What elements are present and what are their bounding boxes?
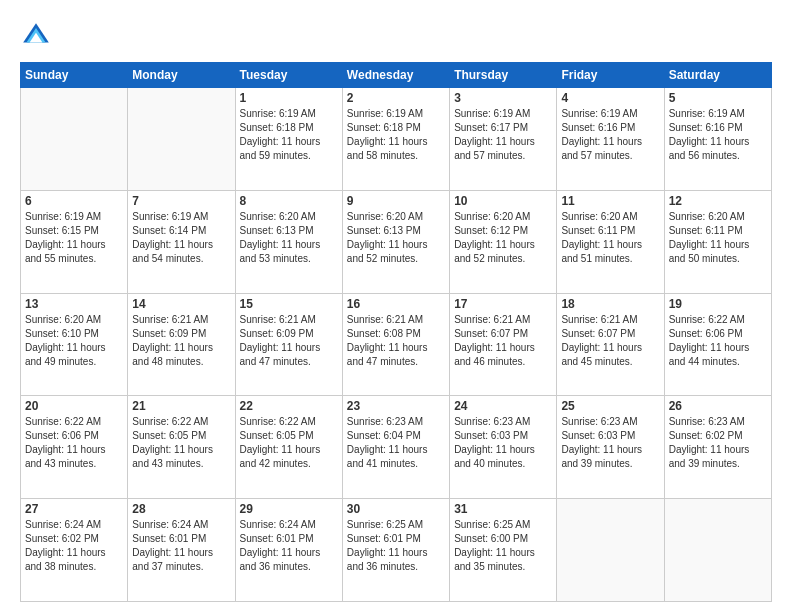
day-number: 21 bbox=[132, 399, 230, 413]
day-cell: 29Sunrise: 6:24 AM Sunset: 6:01 PM Dayli… bbox=[235, 499, 342, 602]
day-cell: 9Sunrise: 6:20 AM Sunset: 6:13 PM Daylig… bbox=[342, 190, 449, 293]
day-info: Sunrise: 6:20 AM Sunset: 6:11 PM Dayligh… bbox=[561, 210, 659, 266]
day-number: 12 bbox=[669, 194, 767, 208]
day-number: 15 bbox=[240, 297, 338, 311]
day-info: Sunrise: 6:20 AM Sunset: 6:13 PM Dayligh… bbox=[240, 210, 338, 266]
day-cell: 11Sunrise: 6:20 AM Sunset: 6:11 PM Dayli… bbox=[557, 190, 664, 293]
day-info: Sunrise: 6:19 AM Sunset: 6:18 PM Dayligh… bbox=[240, 107, 338, 163]
day-info: Sunrise: 6:21 AM Sunset: 6:07 PM Dayligh… bbox=[454, 313, 552, 369]
day-info: Sunrise: 6:25 AM Sunset: 6:00 PM Dayligh… bbox=[454, 518, 552, 574]
calendar-table: SundayMondayTuesdayWednesdayThursdayFrid… bbox=[20, 62, 772, 602]
day-number: 8 bbox=[240, 194, 338, 208]
day-number: 20 bbox=[25, 399, 123, 413]
day-info: Sunrise: 6:19 AM Sunset: 6:17 PM Dayligh… bbox=[454, 107, 552, 163]
day-number: 1 bbox=[240, 91, 338, 105]
day-number: 25 bbox=[561, 399, 659, 413]
day-info: Sunrise: 6:24 AM Sunset: 6:01 PM Dayligh… bbox=[132, 518, 230, 574]
day-number: 24 bbox=[454, 399, 552, 413]
day-number: 14 bbox=[132, 297, 230, 311]
day-cell: 17Sunrise: 6:21 AM Sunset: 6:07 PM Dayli… bbox=[450, 293, 557, 396]
day-number: 23 bbox=[347, 399, 445, 413]
day-info: Sunrise: 6:19 AM Sunset: 6:18 PM Dayligh… bbox=[347, 107, 445, 163]
day-cell: 2Sunrise: 6:19 AM Sunset: 6:18 PM Daylig… bbox=[342, 88, 449, 191]
day-cell bbox=[664, 499, 771, 602]
day-info: Sunrise: 6:25 AM Sunset: 6:01 PM Dayligh… bbox=[347, 518, 445, 574]
logo bbox=[20, 20, 56, 52]
day-info: Sunrise: 6:19 AM Sunset: 6:15 PM Dayligh… bbox=[25, 210, 123, 266]
day-info: Sunrise: 6:23 AM Sunset: 6:03 PM Dayligh… bbox=[561, 415, 659, 471]
day-cell bbox=[557, 499, 664, 602]
weekday-header-thursday: Thursday bbox=[450, 63, 557, 88]
day-cell: 15Sunrise: 6:21 AM Sunset: 6:09 PM Dayli… bbox=[235, 293, 342, 396]
header bbox=[20, 16, 772, 52]
week-row-3: 13Sunrise: 6:20 AM Sunset: 6:10 PM Dayli… bbox=[21, 293, 772, 396]
day-cell: 18Sunrise: 6:21 AM Sunset: 6:07 PM Dayli… bbox=[557, 293, 664, 396]
day-cell: 7Sunrise: 6:19 AM Sunset: 6:14 PM Daylig… bbox=[128, 190, 235, 293]
weekday-header-sunday: Sunday bbox=[21, 63, 128, 88]
day-number: 11 bbox=[561, 194, 659, 208]
day-info: Sunrise: 6:20 AM Sunset: 6:12 PM Dayligh… bbox=[454, 210, 552, 266]
day-cell: 4Sunrise: 6:19 AM Sunset: 6:16 PM Daylig… bbox=[557, 88, 664, 191]
week-row-2: 6Sunrise: 6:19 AM Sunset: 6:15 PM Daylig… bbox=[21, 190, 772, 293]
day-number: 26 bbox=[669, 399, 767, 413]
day-info: Sunrise: 6:21 AM Sunset: 6:08 PM Dayligh… bbox=[347, 313, 445, 369]
day-number: 16 bbox=[347, 297, 445, 311]
day-cell: 14Sunrise: 6:21 AM Sunset: 6:09 PM Dayli… bbox=[128, 293, 235, 396]
day-cell: 28Sunrise: 6:24 AM Sunset: 6:01 PM Dayli… bbox=[128, 499, 235, 602]
day-cell: 13Sunrise: 6:20 AM Sunset: 6:10 PM Dayli… bbox=[21, 293, 128, 396]
day-info: Sunrise: 6:22 AM Sunset: 6:06 PM Dayligh… bbox=[669, 313, 767, 369]
day-number: 30 bbox=[347, 502, 445, 516]
day-cell: 25Sunrise: 6:23 AM Sunset: 6:03 PM Dayli… bbox=[557, 396, 664, 499]
day-info: Sunrise: 6:20 AM Sunset: 6:13 PM Dayligh… bbox=[347, 210, 445, 266]
day-cell: 1Sunrise: 6:19 AM Sunset: 6:18 PM Daylig… bbox=[235, 88, 342, 191]
day-number: 6 bbox=[25, 194, 123, 208]
day-cell: 10Sunrise: 6:20 AM Sunset: 6:12 PM Dayli… bbox=[450, 190, 557, 293]
day-info: Sunrise: 6:22 AM Sunset: 6:05 PM Dayligh… bbox=[240, 415, 338, 471]
day-info: Sunrise: 6:19 AM Sunset: 6:14 PM Dayligh… bbox=[132, 210, 230, 266]
day-info: Sunrise: 6:23 AM Sunset: 6:03 PM Dayligh… bbox=[454, 415, 552, 471]
weekday-header-friday: Friday bbox=[557, 63, 664, 88]
day-cell: 8Sunrise: 6:20 AM Sunset: 6:13 PM Daylig… bbox=[235, 190, 342, 293]
day-number: 18 bbox=[561, 297, 659, 311]
day-number: 2 bbox=[347, 91, 445, 105]
day-cell: 26Sunrise: 6:23 AM Sunset: 6:02 PM Dayli… bbox=[664, 396, 771, 499]
day-info: Sunrise: 6:24 AM Sunset: 6:02 PM Dayligh… bbox=[25, 518, 123, 574]
day-info: Sunrise: 6:19 AM Sunset: 6:16 PM Dayligh… bbox=[669, 107, 767, 163]
day-number: 22 bbox=[240, 399, 338, 413]
day-cell: 21Sunrise: 6:22 AM Sunset: 6:05 PM Dayli… bbox=[128, 396, 235, 499]
day-cell: 23Sunrise: 6:23 AM Sunset: 6:04 PM Dayli… bbox=[342, 396, 449, 499]
day-cell: 31Sunrise: 6:25 AM Sunset: 6:00 PM Dayli… bbox=[450, 499, 557, 602]
day-number: 3 bbox=[454, 91, 552, 105]
day-info: Sunrise: 6:19 AM Sunset: 6:16 PM Dayligh… bbox=[561, 107, 659, 163]
day-info: Sunrise: 6:22 AM Sunset: 6:05 PM Dayligh… bbox=[132, 415, 230, 471]
day-cell bbox=[128, 88, 235, 191]
week-row-5: 27Sunrise: 6:24 AM Sunset: 6:02 PM Dayli… bbox=[21, 499, 772, 602]
day-info: Sunrise: 6:23 AM Sunset: 6:04 PM Dayligh… bbox=[347, 415, 445, 471]
day-info: Sunrise: 6:20 AM Sunset: 6:11 PM Dayligh… bbox=[669, 210, 767, 266]
day-number: 13 bbox=[25, 297, 123, 311]
day-cell: 3Sunrise: 6:19 AM Sunset: 6:17 PM Daylig… bbox=[450, 88, 557, 191]
day-cell: 20Sunrise: 6:22 AM Sunset: 6:06 PM Dayli… bbox=[21, 396, 128, 499]
day-cell: 19Sunrise: 6:22 AM Sunset: 6:06 PM Dayli… bbox=[664, 293, 771, 396]
day-cell: 27Sunrise: 6:24 AM Sunset: 6:02 PM Dayli… bbox=[21, 499, 128, 602]
day-info: Sunrise: 6:20 AM Sunset: 6:10 PM Dayligh… bbox=[25, 313, 123, 369]
day-info: Sunrise: 6:23 AM Sunset: 6:02 PM Dayligh… bbox=[669, 415, 767, 471]
day-cell: 16Sunrise: 6:21 AM Sunset: 6:08 PM Dayli… bbox=[342, 293, 449, 396]
day-number: 17 bbox=[454, 297, 552, 311]
day-number: 29 bbox=[240, 502, 338, 516]
day-number: 4 bbox=[561, 91, 659, 105]
week-row-4: 20Sunrise: 6:22 AM Sunset: 6:06 PM Dayli… bbox=[21, 396, 772, 499]
weekday-header-row: SundayMondayTuesdayWednesdayThursdayFrid… bbox=[21, 63, 772, 88]
day-cell: 6Sunrise: 6:19 AM Sunset: 6:15 PM Daylig… bbox=[21, 190, 128, 293]
day-cell: 24Sunrise: 6:23 AM Sunset: 6:03 PM Dayli… bbox=[450, 396, 557, 499]
day-number: 7 bbox=[132, 194, 230, 208]
weekday-header-saturday: Saturday bbox=[664, 63, 771, 88]
day-number: 5 bbox=[669, 91, 767, 105]
day-info: Sunrise: 6:22 AM Sunset: 6:06 PM Dayligh… bbox=[25, 415, 123, 471]
weekday-header-monday: Monday bbox=[128, 63, 235, 88]
day-cell bbox=[21, 88, 128, 191]
day-cell: 22Sunrise: 6:22 AM Sunset: 6:05 PM Dayli… bbox=[235, 396, 342, 499]
page: SundayMondayTuesdayWednesdayThursdayFrid… bbox=[0, 0, 792, 612]
weekday-header-wednesday: Wednesday bbox=[342, 63, 449, 88]
day-number: 9 bbox=[347, 194, 445, 208]
